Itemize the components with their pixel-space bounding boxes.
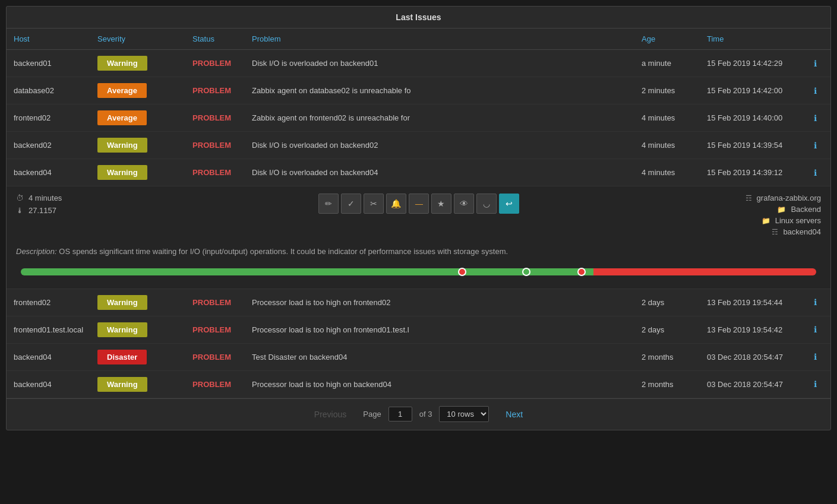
action-btn-cut[interactable]: ✂: [364, 194, 384, 214]
cell-info[interactable]: ℹ: [807, 104, 830, 132]
thermometer-icon: 🌡: [16, 206, 24, 215]
cell-severity: Average: [90, 77, 185, 104]
action-btn-eye[interactable]: 👁: [454, 194, 474, 214]
cell-problem: Test Disaster on backend04: [245, 343, 634, 370]
table-row: backend04 Disaster PROBLEM Test Disaster…: [7, 343, 830, 370]
cell-host: backend04: [7, 343, 90, 370]
page-label: Page: [363, 410, 381, 419]
cell-info[interactable]: ℹ: [807, 132, 830, 159]
host-icon: ☶: [772, 228, 778, 236]
issues-table: Host Severity Status Problem Age Time ba…: [7, 28, 830, 398]
pagination-bar: Previous Page of 3 10 rows 25 rows 50 ro…: [7, 398, 830, 430]
of-label: of 3: [419, 410, 432, 419]
severity-badge: Warning: [97, 295, 147, 310]
timeline-dot-1: [458, 268, 466, 276]
action-btn-copy[interactable]: ◡: [476, 194, 497, 214]
cell-status: PROBLEM: [185, 77, 245, 104]
cell-host: frontend02: [7, 289, 90, 316]
cell-severity: Disaster: [90, 343, 185, 370]
cell-info[interactable]: ℹ: [807, 370, 830, 398]
cell-status: PROBLEM: [185, 316, 245, 343]
last-issues-panel: Last Issues Host Severity Status Problem…: [6, 6, 831, 430]
info-icon[interactable]: ℹ: [814, 325, 817, 334]
cell-problem: Processor load is too high on backend04: [245, 370, 634, 398]
host-value: backend04: [783, 227, 821, 236]
folder2-icon: 📁: [762, 217, 770, 225]
metric-value: 27.1157: [29, 206, 56, 215]
action-btn-edit[interactable]: ✏: [318, 194, 339, 214]
cell-time: 15 Feb 2019 14:39:54: [700, 132, 807, 159]
info-icon[interactable]: ℹ: [814, 86, 817, 96]
cell-status: PROBLEM: [185, 132, 245, 159]
cell-time: 15 Feb 2019 14:40:00: [700, 104, 807, 132]
cell-time: 15 Feb 2019 14:42:29: [700, 50, 807, 77]
status-badge: PROBLEM: [192, 353, 231, 362]
status-badge: PROBLEM: [192, 86, 231, 95]
table-row: backend04 Warning PROBLEM Disk I/O is ov…: [7, 159, 830, 186]
cell-age: 4 minutes: [634, 159, 700, 186]
col-header-problem: Problem: [245, 28, 634, 50]
cell-age: 2 months: [634, 343, 700, 370]
col-header-status: Status: [185, 28, 245, 50]
clock-icon: ⏱: [16, 194, 24, 202]
previous-button[interactable]: Previous: [305, 406, 356, 423]
severity-badge: Warning: [97, 377, 147, 392]
cell-info[interactable]: ℹ: [807, 159, 830, 186]
cell-info[interactable]: ℹ: [807, 343, 830, 370]
description-text: OS spends significant time waiting for I…: [59, 247, 508, 256]
action-btn-spinner[interactable]: ⸻: [409, 194, 429, 214]
cell-problem: Processor load is too high on frontend02: [245, 289, 634, 316]
timeline-red: [593, 268, 816, 275]
cell-status: PROBLEM: [185, 343, 245, 370]
cell-time: 13 Feb 2019 19:54:44: [700, 289, 807, 316]
col-header-age: Age: [634, 28, 700, 50]
cell-host: database02: [7, 77, 90, 104]
cell-time: 13 Feb 2019 19:54:42: [700, 316, 807, 343]
info-icon[interactable]: ℹ: [814, 113, 817, 123]
info-icon[interactable]: ℹ: [814, 352, 817, 362]
severity-badge: Warning: [97, 322, 147, 337]
next-button[interactable]: Next: [496, 406, 532, 423]
cell-age: 2 days: [634, 316, 700, 343]
action-btn-reply[interactable]: ↩: [499, 194, 519, 214]
info-icon[interactable]: ℹ: [814, 141, 817, 150]
age-value: 4 minutes: [29, 194, 62, 202]
rows-select[interactable]: 10 rows 25 rows 50 rows: [439, 406, 489, 422]
timeline-row: [16, 267, 821, 277]
info-icon[interactable]: ℹ: [814, 379, 817, 389]
cell-severity: Warning: [90, 289, 185, 316]
cell-severity: Warning: [90, 132, 185, 159]
info-icon[interactable]: ℹ: [814, 297, 817, 307]
info-icon[interactable]: ℹ: [814, 59, 817, 68]
cell-info[interactable]: ℹ: [807, 50, 830, 77]
action-btn-star[interactable]: ★: [431, 194, 451, 214]
folder-icon: 📁: [777, 205, 786, 214]
action-btn-bell[interactable]: 🔔: [386, 194, 406, 214]
status-badge: PROBLEM: [192, 168, 231, 177]
severity-badge: Warning: [97, 56, 147, 71]
info-icon[interactable]: ℹ: [814, 168, 817, 177]
col-header-host: Host: [7, 28, 90, 50]
action-btn-check[interactable]: ✓: [341, 194, 361, 214]
timeline-container: [21, 267, 816, 277]
panel-title: Last Issues: [7, 7, 830, 28]
cell-info[interactable]: ℹ: [807, 289, 830, 316]
table-row: backend04 Warning PROBLEM Processor load…: [7, 370, 830, 398]
timeline-dot-2: [522, 268, 530, 276]
description-row: Description: OS spends significant time …: [16, 246, 821, 258]
cell-status: PROBLEM: [185, 159, 245, 186]
expanded-meta: ⏱ 4 minutes 🌡 27.1157: [16, 194, 211, 218]
table-row: frontend01.test.local Warning PROBLEM Pr…: [7, 316, 830, 343]
severity-badge: Disaster: [97, 350, 147, 364]
cell-info[interactable]: ℹ: [807, 316, 830, 343]
cell-host: backend02: [7, 132, 90, 159]
severity-badge: Average: [97, 83, 147, 98]
table-row: frontend02 Warning PROBLEM Processor loa…: [7, 289, 830, 316]
status-badge: PROBLEM: [192, 141, 231, 150]
cell-info[interactable]: ℹ: [807, 77, 830, 104]
page-input[interactable]: [389, 407, 412, 421]
cell-host: frontend01.test.local: [7, 316, 90, 343]
cell-status: PROBLEM: [185, 289, 245, 316]
cell-problem: Disk I/O is overloaded on backend02: [245, 132, 634, 159]
cell-age: 4 minutes: [634, 132, 700, 159]
